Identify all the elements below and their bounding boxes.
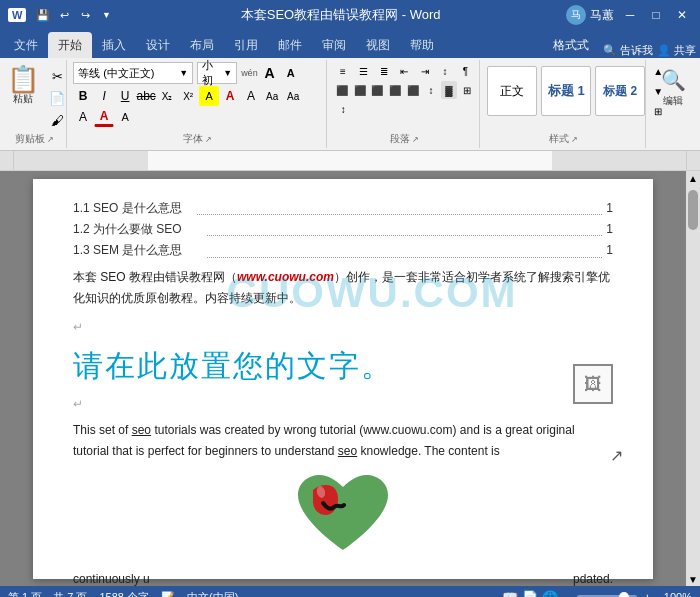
ruler-right — [686, 151, 700, 170]
shading-button[interactable]: ▓ — [441, 81, 458, 99]
tab-layout[interactable]: 布局 — [180, 32, 224, 58]
track-icon: 📝 — [161, 591, 175, 598]
increase-indent-button[interactable]: ⇥ — [415, 62, 434, 80]
intro-link[interactable]: www.cuowu.com — [237, 270, 334, 284]
format-painter-button[interactable]: 🖌 — [47, 110, 67, 130]
text-effect-button[interactable]: A — [73, 107, 93, 127]
save-icon[interactable]: 💾 — [34, 6, 52, 24]
vertical-scrollbar[interactable]: ▲ ▼ — [686, 171, 700, 586]
para-row-1: ≡ ☰ ≣ ⇤ ⇥ ↕ ¶ — [333, 62, 475, 80]
web-view-button[interactable]: 🌐 — [542, 590, 558, 598]
subscript-button[interactable]: X₂ — [157, 86, 177, 106]
italic-button[interactable]: I — [94, 86, 114, 106]
toc-dots-1 — [197, 196, 602, 215]
cuowu-logo — [288, 465, 398, 565]
clear-format-button[interactable]: Aa — [262, 86, 282, 106]
style-heading1[interactable]: 标题 1 — [541, 66, 591, 116]
restore-button[interactable]: □ — [646, 5, 666, 25]
align-right-button[interactable]: ⬛ — [369, 81, 386, 99]
font-name-selector[interactable]: 等线 (中文正文) ▼ — [73, 62, 193, 84]
tab-view[interactable]: 视图 — [356, 32, 400, 58]
clipboard-content: 📋 粘贴 ✂ 📄 🖌 — [6, 62, 62, 130]
clipboard-expand-icon[interactable]: ↗ — [47, 135, 54, 144]
align-center-button[interactable]: ⬛ — [351, 81, 368, 99]
change-case-button[interactable]: Aa — [283, 86, 303, 106]
multilevel-list-button[interactable]: ≣ — [374, 62, 393, 80]
align-left-button[interactable]: ⬛ — [333, 81, 350, 99]
para-row-2: ⬛ ⬛ ⬛ ⬛ ⬛ ↕ ▓ ⊞ — [333, 81, 475, 99]
borders-button[interactable]: ⊞ — [458, 81, 475, 99]
scroll-area: 1.1 SEO 是什么意思 1 1.2 为什么要做 SEO 1 1.3 SEM … — [0, 171, 700, 586]
align-distribute-button[interactable]: ⬛ — [405, 81, 422, 99]
highlight-button[interactable]: A — [199, 86, 219, 106]
tab-help[interactable]: 帮助 — [400, 32, 444, 58]
superscript-button[interactable]: X² — [178, 86, 198, 106]
font-color-button[interactable]: A — [220, 86, 240, 106]
font-size-decrease-button[interactable]: A — [281, 63, 301, 83]
font-size-selector[interactable]: 小初 ▼ — [197, 62, 237, 84]
tab-file[interactable]: 文件 — [4, 32, 48, 58]
font-shade-button[interactable]: A — [241, 86, 261, 106]
redo-icon[interactable]: ↪ — [76, 6, 94, 24]
tab-format[interactable]: 格式式 — [543, 32, 599, 58]
tab-design[interactable]: 设计 — [136, 32, 180, 58]
style-normal[interactable]: 正文 — [487, 66, 537, 116]
styles-expand-icon[interactable]: ↗ — [571, 135, 578, 144]
font-selectors: 等线 (中文正文) ▼ 小初 ▼ wén A A — [73, 62, 322, 84]
zoom-plus-button[interactable]: + — [643, 590, 651, 598]
scroll-thumb[interactable] — [688, 190, 698, 230]
paste-button[interactable]: 📋 粘贴 — [1, 62, 45, 110]
share-button[interactable]: 👤 共享 — [657, 43, 696, 58]
justify-button[interactable]: ⬛ — [387, 81, 404, 99]
status-left: 第 1 页，共 7 页 1588 个字 📝 中文(中国) — [8, 590, 238, 598]
bullet-list-button[interactable]: ≡ — [333, 62, 352, 80]
editing-group: 🔍 编辑 — [648, 60, 698, 148]
tab-insert[interactable]: 插入 — [92, 32, 136, 58]
toc-item-1-text: 1.1 SEO 是什么意思 — [73, 199, 193, 218]
para-mark-1: ↵ — [73, 318, 613, 337]
styles-gallery: 正文 标题 1 标题 2 — [486, 65, 646, 117]
scroll-down-button[interactable]: ▼ — [686, 572, 700, 586]
para-spacing-button[interactable]: ↕ — [333, 100, 353, 118]
line-spacing-button[interactable]: ↕ — [423, 81, 440, 99]
customize-icon[interactable]: ▼ — [97, 6, 115, 24]
tell-me-button[interactable]: 🔍 告诉我 — [603, 43, 653, 58]
document-title: 本套SEO教程由错误教程网 - Word — [115, 6, 566, 24]
image-placeholder[interactable]: 🖼 — [573, 364, 613, 404]
styles-row-1: 正文 标题 1 标题 2 — [486, 65, 646, 117]
scroll-up-button[interactable]: ▲ — [686, 171, 700, 185]
close-button[interactable]: ✕ — [672, 5, 692, 25]
undo-icon[interactable]: ↩ — [55, 6, 73, 24]
placeholder-chinese-text: 请在此放置您的文字。 — [73, 345, 613, 387]
search-edit-button[interactable]: 🔍 编辑 — [657, 66, 690, 110]
minimize-button[interactable]: ─ — [620, 5, 640, 25]
underline-button[interactable]: U — [115, 86, 135, 106]
ruler-corner — [0, 151, 14, 170]
tab-home[interactable]: 开始 — [48, 32, 92, 58]
numbered-list-button[interactable]: ☰ — [354, 62, 373, 80]
copy-button[interactable]: 📄 — [47, 88, 67, 108]
text-highlight-color[interactable]: A — [94, 107, 114, 127]
tab-references[interactable]: 引用 — [224, 32, 268, 58]
tab-mailings[interactable]: 邮件 — [268, 32, 312, 58]
document-area[interactable]: 1.1 SEO 是什么意思 1 1.2 为什么要做 SEO 1 1.3 SEM … — [0, 171, 686, 586]
style-heading2[interactable]: 标题 2 — [595, 66, 645, 116]
zoom-level[interactable]: 100% — [657, 591, 692, 597]
font-expand-icon[interactable]: ↗ — [205, 135, 212, 144]
zoom-minus-button[interactable]: − — [564, 590, 572, 598]
font-size-increase-button[interactable]: A — [260, 63, 280, 83]
page-view-button[interactable]: 📄 — [522, 590, 538, 598]
clipboard-label: 剪贴板 ↗ — [6, 130, 62, 146]
text-color[interactable]: A — [115, 107, 135, 127]
strikethrough-button[interactable]: abc — [136, 86, 156, 106]
cut-button[interactable]: ✂ — [47, 66, 67, 86]
seo-word-2: seo — [338, 444, 357, 458]
sort-button[interactable]: ↕ — [435, 62, 454, 80]
paragraph-expand-icon[interactable]: ↗ — [412, 135, 419, 144]
tab-review[interactable]: 审阅 — [312, 32, 356, 58]
decrease-indent-button[interactable]: ⇤ — [395, 62, 414, 80]
show-formatting-button[interactable]: ¶ — [456, 62, 475, 80]
read-view-button[interactable]: 📖 — [502, 590, 518, 598]
bottom-left-text: continuously u — [73, 570, 150, 586]
bold-button[interactable]: B — [73, 86, 93, 106]
